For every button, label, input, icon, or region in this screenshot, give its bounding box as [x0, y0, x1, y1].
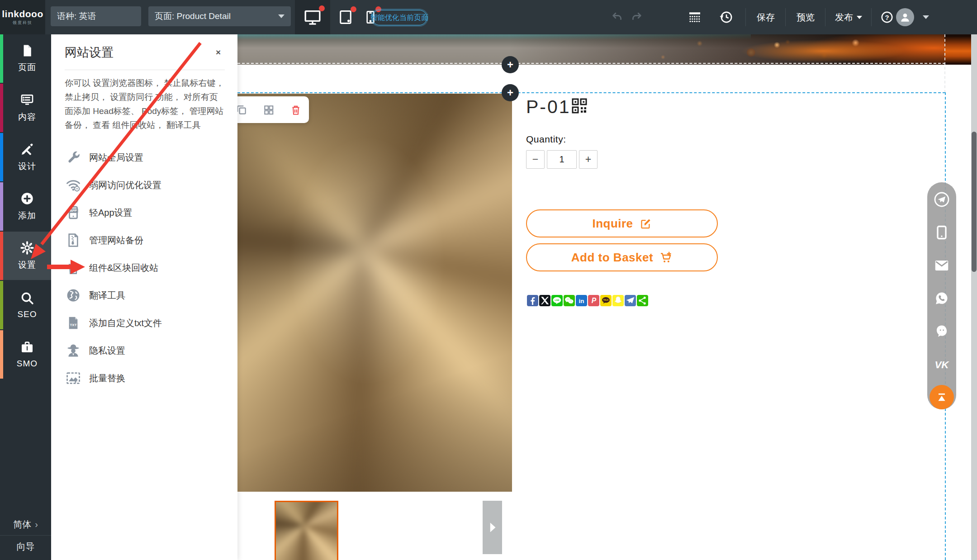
sidebar-item-design[interactable]: 设计 [0, 133, 51, 181]
menu-item-privacy[interactable]: 隐私设置 [65, 341, 228, 361]
history-icon [719, 10, 734, 24]
publish-button[interactable]: 发布 [826, 0, 871, 34]
menu-item-weak-network[interactable]: 弱网访问优化设置 [65, 175, 228, 195]
vk-contact-icon[interactable]: VK [932, 355, 952, 375]
svg-text:?: ? [885, 14, 889, 21]
sidebar-item-pages[interactable]: 页面 [0, 34, 51, 83]
email-contact-icon[interactable] [932, 256, 952, 275]
snapchat-share-icon[interactable] [612, 295, 624, 306]
linkedin-share-icon[interactable]: in [576, 295, 587, 306]
save-button[interactable]: 保存 [746, 0, 785, 34]
account-menu-caret[interactable] [923, 15, 929, 19]
left-sidebar: 页面 内容 设计 添加 设置 SEO SMO 简体 › [0, 34, 51, 560]
blocks-grid-icon [263, 104, 275, 116]
wifi-icon [65, 177, 81, 194]
component-edit-toolbar [226, 96, 309, 123]
sidebar-item-seo[interactable]: SEO [0, 281, 51, 329]
history-button[interactable] [716, 0, 737, 34]
redo-button[interactable] [628, 0, 645, 34]
device-tablet-button[interactable] [334, 0, 357, 34]
add-section-button[interactable]: + [502, 84, 519, 101]
sidebar-item-settings[interactable]: 设置 [0, 232, 51, 280]
account-avatar[interactable] [896, 8, 914, 26]
telegram-share-icon[interactable] [625, 295, 636, 306]
panel-description: 你可以 设置浏览器图标， 禁止鼠标右键， 禁止拷贝， 设置防同行 功能， 对所有… [65, 76, 226, 132]
page-scrollbar[interactable] [971, 34, 977, 560]
qr-code-icon[interactable] [571, 98, 588, 114]
whatsapp-contact-icon[interactable] [932, 289, 952, 308]
svg-text:P: P [592, 297, 597, 304]
sidebar-item-label: 页面 [18, 62, 36, 73]
sidebar-item-add[interactable]: 添加 [0, 182, 51, 231]
share-nodes-icon[interactable] [637, 295, 648, 306]
language-select-label: 语种: 英语 [57, 10, 96, 22]
menu-item-label: 轻App设置 [89, 207, 133, 219]
telegram-contact-icon[interactable] [932, 190, 952, 209]
notification-dot [319, 5, 325, 11]
menu-item-custom-txt[interactable]: TXT 添加自定义txt文件 [65, 313, 228, 333]
quantity-stepper: − + [526, 150, 598, 169]
guide-label: 向导 [17, 541, 35, 553]
content-icon [20, 93, 34, 107]
menu-item-recycle-bin[interactable]: 组件&区块回收站 [65, 258, 228, 278]
menu-item-translate[interactable]: 翻译工具 [65, 285, 228, 305]
divider [745, 8, 746, 26]
wechat-share-icon[interactable] [564, 295, 575, 306]
app-logo: linkdooo 领度科技 [0, 0, 45, 34]
product-title[interactable]: P-01 [526, 96, 571, 118]
x-twitter-share-icon[interactable] [539, 295, 550, 306]
menu-item-label: 批量替换 [89, 372, 125, 384]
back-to-top-button[interactable] [930, 385, 954, 409]
device-desktop-button[interactable] [295, 0, 330, 34]
undo-button[interactable] [609, 0, 626, 34]
sidebar-item-content[interactable]: 内容 [0, 84, 51, 132]
section-boundary-dashed [237, 63, 945, 64]
add-to-basket-button[interactable]: Add to Basket [526, 243, 718, 271]
line-share-icon[interactable]: LINE [551, 295, 563, 306]
menu-item-label: 翻译工具 [89, 289, 125, 302]
pinterest-share-icon[interactable]: P [588, 295, 599, 306]
quantity-increase-button[interactable]: + [579, 150, 598, 169]
smart-optimize-button[interactable]: 智能优化当前页面 [372, 10, 427, 25]
preview-button[interactable]: 预览 [786, 0, 825, 34]
undo-icon [611, 11, 624, 24]
menu-item-global-settings[interactable]: 网站全局设置 [65, 147, 228, 167]
language-switch-simplified[interactable]: 简体 › [0, 515, 51, 533]
product-thumbnail-selected[interactable] [275, 501, 338, 560]
search-icon [20, 291, 34, 305]
facebook-share-icon[interactable] [527, 295, 538, 306]
app-window: linkdooo 领度科技 语种: 英语 页面: Product Detail … [0, 0, 977, 560]
sidebar-item-label: 添加 [18, 210, 36, 222]
close-icon[interactable]: × [216, 48, 221, 57]
thumbnail-carousel-next-button[interactable] [483, 501, 502, 554]
grid-layout-button[interactable] [684, 0, 706, 34]
help-icon: ? [880, 10, 894, 24]
edit-pencil-icon [640, 218, 652, 230]
scrollbar-thumb[interactable] [972, 132, 977, 272]
quantity-decrease-button[interactable]: − [526, 150, 545, 169]
quantity-input[interactable] [547, 150, 577, 169]
mobile-contact-icon[interactable] [932, 223, 952, 242]
kakaotalk-share-icon[interactable]: TALK [600, 295, 612, 306]
hero-banner-image[interactable] [237, 34, 971, 65]
menu-item-light-app[interactable]: APP 轻App设置 [65, 203, 228, 223]
add-section-button[interactable]: + [502, 56, 519, 73]
blocks-button[interactable] [262, 104, 275, 116]
guide-button[interactable]: 向导 [0, 537, 51, 555]
chat-mascot-icon[interactable] [932, 322, 952, 342]
sidebar-item-smo[interactable]: SMO [0, 330, 51, 379]
plus-circle-icon [20, 191, 34, 206]
help-button[interactable]: ? [877, 0, 897, 34]
chevron-right-icon [488, 522, 497, 533]
menu-item-batch-replace[interactable]: 批量替换 [65, 368, 228, 388]
plus-icon: + [507, 87, 513, 98]
inquire-button[interactable]: Inquire [526, 209, 718, 237]
svg-text:TALK: TALK [603, 299, 609, 301]
delete-component-button[interactable] [289, 104, 302, 116]
svg-text:VK: VK [934, 359, 949, 370]
menu-item-backup[interactable]: 管理网站备份 [65, 230, 228, 250]
page-select[interactable]: 页面: Product Detail [148, 6, 291, 26]
svg-text:in: in [579, 298, 584, 304]
language-select[interactable]: 语种: 英语 [51, 6, 141, 26]
product-main-image[interactable] [237, 94, 512, 492]
